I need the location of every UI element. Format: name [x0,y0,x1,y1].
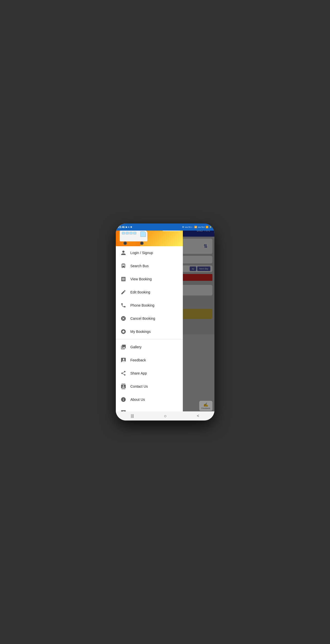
menu-item-share-app[interactable]: Share App [116,367,183,380]
gallery-label: Gallery [130,345,142,349]
bottom-navigation: ||| ○ < [116,411,214,420]
menu-item-search-bus[interactable]: Search Bus [116,259,183,273]
share-app-label: Share App [130,371,147,375]
contact-us-label: Contact Us [130,384,148,388]
bus-illustration [120,229,147,245]
menu-item-gallery[interactable]: Gallery [116,340,183,354]
status-icons: ⚙ VoLTE1 ↕ 📶 VoLTE2 📶 ⚡ [182,226,212,228]
search-bus-label: Search Bus [130,264,149,268]
phone-icon [120,302,127,309]
menu-divider [116,339,183,339]
gallery-icon [120,343,127,351]
cancel-icon [120,315,127,322]
cancel-booking-label: Cancel Booking [130,316,155,320]
menu-item-phone-booking[interactable]: Phone Booking [116,299,183,312]
bus-icon [120,262,127,269]
menu-item-about-us[interactable]: About Us [116,393,183,406]
edit-icon [120,289,127,296]
drawer-shadow[interactable] [183,224,214,420]
secondary-menu: Gallery Feedback [116,340,183,419]
share-icon [120,370,127,377]
my-bookings-label: My Bookings [130,330,151,334]
menu-item-feedback[interactable]: Feedback [116,354,183,367]
receipt-icon [120,276,127,283]
menu-item-edit-booking[interactable]: Edit Booking [116,286,183,299]
contact-icon [120,383,127,390]
status-bar: 23:46 ▶ ● ⊕ ⚙ VoLTE1 ↕ 📶 VoLTE2 📶 ⚡ [116,224,214,231]
menu-item-contact-us[interactable]: Contact Us [116,380,183,393]
navigation-drawer: SETHI YATRA COMPANY Login / Signup [116,224,183,420]
feedback-menu-icon [120,357,127,364]
home-nav-button[interactable]: ○ [164,413,167,419]
edit-booking-label: Edit Booking [130,290,150,294]
star-icon [120,328,127,335]
menu-item-login-signup[interactable]: Login / Signup [116,246,183,259]
feedback-label: Feedback [130,358,146,362]
menu-item-my-bookings[interactable]: My Bookings [116,325,183,338]
menu-item-view-booking[interactable]: View Booking [116,273,183,286]
primary-menu: Login / Signup Search Bus [116,246,183,338]
about-us-label: About Us [130,398,145,402]
phone-booking-label: Phone Booking [130,303,155,307]
back-nav-button[interactable]: < [197,414,199,418]
status-time: 23:46 ▶ ● ⊕ [118,226,132,229]
menu-item-cancel-booking[interactable]: Cancel Booking [116,312,183,325]
view-booking-label: View Booking [130,277,152,281]
login-signup-label: Login / Signup [130,251,153,255]
drawer-overlay: SETHI YATRA COMPANY Login / Signup [116,224,214,420]
person-icon [120,249,127,256]
info-icon [120,396,127,403]
menu-nav-button[interactable]: ||| [131,414,134,418]
